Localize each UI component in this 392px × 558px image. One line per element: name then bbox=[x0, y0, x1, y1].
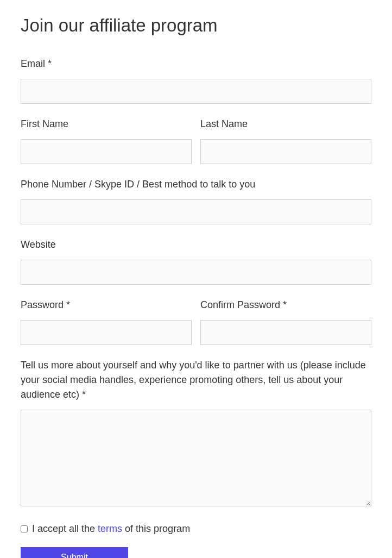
last-name-label: Last Name bbox=[200, 117, 371, 131]
terms-checkbox[interactable] bbox=[21, 525, 28, 532]
phone-label: Phone Number / Skype ID / Best method to… bbox=[21, 177, 371, 192]
first-name-field[interactable] bbox=[21, 139, 192, 164]
password-field[interactable] bbox=[21, 320, 192, 345]
terms-suffix: of this program bbox=[122, 523, 190, 534]
website-label: Website bbox=[21, 237, 371, 252]
confirm-password-field[interactable] bbox=[200, 320, 371, 345]
page-title: Join our affiliate program bbox=[21, 15, 371, 36]
email-field[interactable] bbox=[21, 79, 371, 104]
about-label: Tell us more about yourself and why you'… bbox=[21, 358, 371, 402]
email-label: Email * bbox=[21, 57, 371, 71]
submit-button[interactable]: Submit bbox=[21, 547, 128, 558]
confirm-password-label: Confirm Password * bbox=[200, 298, 371, 312]
terms-prefix: I accept all the bbox=[32, 523, 98, 534]
about-textarea[interactable] bbox=[21, 410, 371, 506]
phone-field[interactable] bbox=[21, 199, 371, 224]
terms-label: I accept all the terms of this program bbox=[32, 522, 190, 536]
first-name-label: First Name bbox=[21, 117, 192, 131]
terms-link[interactable]: terms bbox=[98, 523, 122, 534]
last-name-field[interactable] bbox=[200, 139, 371, 164]
website-field[interactable] bbox=[21, 260, 371, 285]
affiliate-signup-form: Email * First Name Last Name Phone Numbe… bbox=[21, 57, 371, 558]
password-label: Password * bbox=[21, 298, 192, 312]
